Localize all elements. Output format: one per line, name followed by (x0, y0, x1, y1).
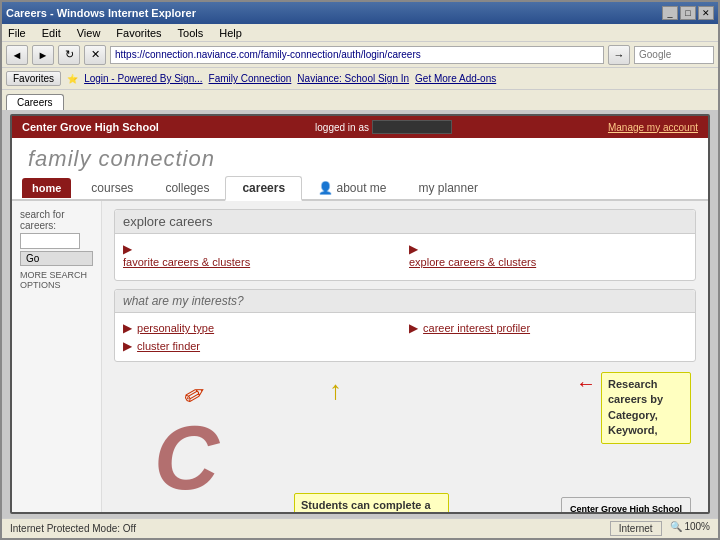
research-annotation: Research careers by Category, Keyword, (601, 372, 691, 444)
explore-careers-header: explore careers (115, 210, 695, 234)
career-search-input[interactable] (20, 233, 80, 249)
cluster-finder-link[interactable]: cluster finder (137, 340, 200, 352)
tab-bar: Careers (2, 90, 718, 110)
favorites-button[interactable]: Favorites (6, 71, 61, 86)
nav-tabs: home courses colleges careers 👤 about me… (12, 176, 708, 201)
explore-careers-section: explore careers ▶ favorite careers & clu… (114, 209, 696, 281)
menu-tools[interactable]: Tools (176, 27, 206, 39)
students-annotation: Students can complete a 180 question int… (294, 493, 449, 512)
interests-header: what are my interests? (115, 290, 695, 313)
left-sidebar: search for careers: Go MORE SEARCH OPTIO… (12, 201, 102, 512)
yellow-up-arrow: ↑ (329, 375, 342, 406)
personality-type-link[interactable]: personality type (137, 322, 214, 334)
center-grove-info: Center Grove High School 2717 S. Morgant… (561, 497, 691, 512)
window-title: Careers - Windows Internet Explorer (6, 7, 196, 19)
explore-col-left: ▶ favorite careers & clusters (123, 242, 401, 272)
arrow-icon-4: ▶ (123, 339, 132, 353)
family-connection-area: family connection home courses colleges … (12, 138, 708, 512)
red-arrow-left: ← (576, 372, 596, 395)
go-button[interactable]: → (608, 45, 630, 65)
main-content: explore careers ▶ favorite careers & clu… (102, 201, 708, 512)
refresh-button[interactable]: ↻ (58, 45, 80, 65)
menu-favorites[interactable]: Favorites (114, 27, 163, 39)
fav-link-1[interactable]: Login - Powered By Sign... (84, 73, 202, 84)
menu-file[interactable]: File (6, 27, 28, 39)
explore-careers-link[interactable]: explore careers & clusters (409, 256, 687, 268)
tab-my-planner[interactable]: my planner (403, 177, 494, 199)
back-button[interactable]: ◄ (6, 45, 28, 65)
c-logo-graphic: C (154, 407, 219, 510)
arrow-icon-5: ▶ (409, 321, 418, 335)
school-header: Center Grove High School logged in as Ma… (12, 116, 708, 138)
menu-help[interactable]: Help (217, 27, 244, 39)
interests-section: what are my interests? ▶ personality typ… (114, 289, 696, 362)
status-right: Internet 🔍 100% (610, 521, 710, 536)
more-search-options[interactable]: MORE SEARCH OPTIONS (20, 270, 93, 290)
tab-colleges[interactable]: colleges (149, 177, 225, 199)
zoom-level: 🔍 100% (670, 521, 710, 536)
zone-info: Internet (610, 521, 662, 536)
career-interest-profiler-link[interactable]: career interest profiler (423, 322, 530, 334)
page-container: Center Grove High School logged in as Ma… (10, 114, 710, 514)
browser-window: Careers - Windows Internet Explorer _ □ … (0, 0, 720, 540)
arrow-icon-2: ▶ (409, 242, 418, 256)
explore-careers-body: ▶ favorite careers & clusters ▶ explore … (115, 234, 695, 280)
explore-col-right: ▶ explore careers & clusters (409, 242, 687, 272)
search-box[interactable] (634, 46, 714, 64)
browser-tab-careers[interactable]: Careers (6, 94, 64, 110)
forward-button[interactable]: ► (32, 45, 54, 65)
menu-view[interactable]: View (75, 27, 103, 39)
close-button[interactable]: ✕ (698, 6, 714, 20)
fav-link-2[interactable]: Family Connection (209, 73, 292, 84)
maximize-button[interactable]: □ (680, 6, 696, 20)
page-content: search for careers: Go MORE SEARCH OPTIO… (12, 201, 708, 512)
address-bar[interactable] (110, 46, 604, 64)
content-area: Center Grove High School logged in as Ma… (2, 110, 718, 518)
tab-careers[interactable]: careers (225, 176, 302, 201)
fav-link-3[interactable]: Naviance: School Sign In (297, 73, 409, 84)
toolbar: ◄ ► ↻ ✕ → (2, 42, 718, 68)
menu-bar: File Edit View Favorites Tools Help (2, 24, 718, 42)
interests-body: ▶ personality type ▶ cluster finder (115, 313, 695, 361)
person-icon: 👤 (318, 181, 336, 195)
stop-button[interactable]: ✕ (84, 45, 106, 65)
favorites-bar: Favorites ⭐ Login - Powered By Sign... F… (2, 68, 718, 90)
window-controls: _ □ ✕ (662, 6, 714, 20)
logo-area: C ✏ ↑ Research careers by Category, Keyw… (114, 370, 696, 490)
favorite-careers-link[interactable]: favorite careers & clusters (123, 256, 401, 268)
home-tab[interactable]: home (22, 178, 71, 198)
status-text: Internet Protected Mode: Off (10, 523, 136, 534)
tab-courses[interactable]: courses (75, 177, 149, 199)
minimize-button[interactable]: _ (662, 6, 678, 20)
manage-account-link[interactable]: Manage my account (608, 122, 698, 133)
search-go-button[interactable]: Go (20, 251, 93, 266)
logged-in-text: logged in as (315, 120, 452, 134)
center-grove-line1: Center Grove High School (570, 502, 682, 512)
fav-link-4[interactable]: Get More Add-ons (415, 73, 496, 84)
fc-title: family connection (28, 146, 692, 172)
arrow-icon-1: ▶ (123, 242, 132, 256)
sidebar-search-label: search for careers: (20, 209, 93, 231)
menu-edit[interactable]: Edit (40, 27, 63, 39)
interests-col-right: ▶ career interest profiler (409, 321, 687, 353)
interests-col-left: ▶ personality type ▶ cluster finder (123, 321, 401, 353)
school-name: Center Grove High School (22, 121, 159, 133)
arrow-icon-3: ▶ (123, 321, 132, 335)
username-field[interactable] (372, 120, 452, 134)
fc-header: family connection (12, 138, 708, 176)
title-bar: Careers - Windows Internet Explorer _ □ … (2, 2, 718, 24)
tab-about-me[interactable]: 👤 about me (302, 177, 402, 199)
status-bar: Internet Protected Mode: Off Internet 🔍 … (2, 518, 718, 538)
